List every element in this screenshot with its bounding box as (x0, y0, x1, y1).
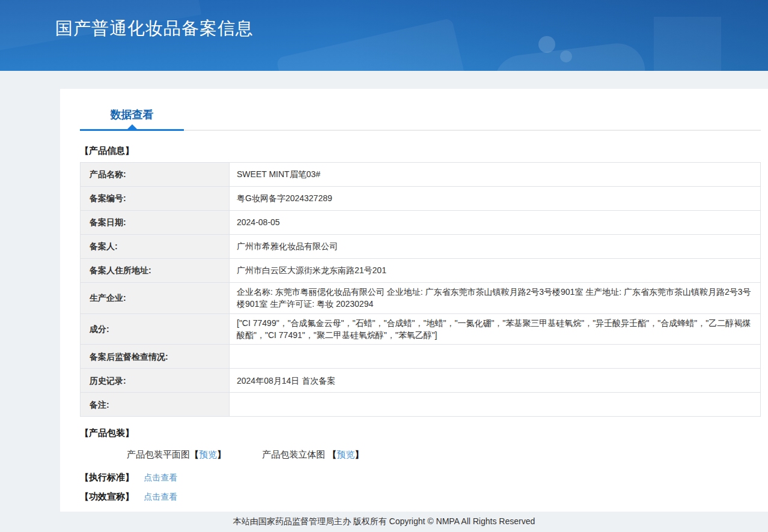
row-value: 广州市希雅化妆品有限公司 (230, 235, 761, 259)
tab-bar: 数据查看 (80, 103, 761, 131)
header-decoration-rect (654, 17, 721, 71)
row-value (230, 393, 761, 417)
tab-data-view-label: 数据查看 (111, 109, 154, 121)
table-row: 备案人住所地址: 广州市白云区大源街米龙东南路21号201 (81, 259, 761, 283)
table-row: 备案编号: 粤G妆网备字2024327289 (81, 187, 761, 211)
table-row: 生产企业: 企业名称: 东莞市粤丽偲化妆品有限公司 企业地址: 广东省东莞市茶山… (81, 283, 761, 314)
header-decoration-circle-large (538, 36, 555, 53)
row-label: 备案编号: (81, 187, 230, 211)
row-label: 产品名称: (81, 163, 230, 187)
row-label: 备案人住所地址: (81, 259, 230, 283)
page-header: 国产普通化妆品备案信息 (0, 0, 768, 71)
efficacy-view-link[interactable]: 点击查看 (144, 492, 177, 501)
table-row: 备案后监督检查情况: (81, 345, 761, 369)
tab-active-underline (80, 129, 184, 131)
bracket-open: 【 (328, 449, 337, 459)
row-label: 生产企业: (81, 283, 230, 314)
row-value: 企业名称: 东莞市粤丽偲化妆品有限公司 企业地址: 广东省东莞市茶山镇鞍月路2号… (230, 283, 761, 314)
row-value: 粤G妆网备字2024327289 (230, 187, 761, 211)
row-label: 历史记录: (81, 369, 230, 393)
packaging-flat-group: 产品包装平面图【预览】 (127, 449, 226, 459)
footer-copyright-text: 本站由国家药品监督管理局主办 版权所有 Copyright © NMPA All… (233, 516, 535, 527)
page-footer: 本站由国家药品监督管理局主办 版权所有 Copyright © NMPA All… (0, 512, 768, 532)
tab-active-arrow-icon (127, 124, 137, 129)
header-decoration-circle-small (560, 50, 572, 62)
row-value (230, 345, 761, 369)
row-value: ["CI 77499"，"合成氟金云母"，"石蜡"，"合成蜡"，"地蜡"，"一氮… (230, 313, 761, 345)
row-label: 备案日期: (81, 211, 230, 235)
page-title: 国产普通化妆品备案信息 (55, 17, 254, 41)
table-row: 历史记录: 2024年08月14日 首次备案 (81, 369, 761, 393)
table-row: 成分: ["CI 77499"，"合成氟金云母"，"石蜡"，"合成蜡"，"地蜡"… (81, 313, 761, 345)
row-value: SWEET MINT眉笔03# (230, 163, 761, 187)
row-label: 备案人: (81, 235, 230, 259)
packaging-flat-label: 产品包装平面图 (127, 449, 190, 459)
tab-data-view[interactable]: 数据查看 (80, 103, 184, 130)
packaging-stereo-group: 产品包装立体图 【预览】 (262, 449, 364, 459)
product-info-section-title: 【产品信息】 (80, 145, 761, 157)
packaging-stereo-label: 产品包装立体图 (262, 449, 325, 459)
standard-view-link[interactable]: 点击查看 (144, 473, 177, 482)
table-row: 产品名称: SWEET MINT眉笔03# (81, 163, 761, 187)
standard-row: 【执行标准】 点击查看 (80, 472, 761, 483)
bracket-open: 【 (190, 449, 199, 459)
table-row: 备案人: 广州市希雅化妆品有限公司 (81, 235, 761, 259)
product-info-table: 产品名称: SWEET MINT眉笔03# 备案编号: 粤G妆网备字202432… (80, 162, 761, 417)
efficacy-row: 【功效宣称】 点击查看 (80, 491, 761, 503)
packaging-flat-preview-link[interactable]: 预览 (199, 449, 217, 459)
row-value: 广州市白云区大源街米龙东南路21号201 (230, 259, 761, 283)
packaging-row: 产品包装平面图【预览】 产品包装立体图 【预览】 (80, 449, 761, 461)
row-label: 备案后监督检查情况: (81, 345, 230, 369)
table-row: 备注: (81, 393, 761, 417)
row-label: 备注: (81, 393, 230, 417)
row-label: 成分: (81, 313, 230, 345)
content-card: 数据查看 【产品信息】 产品名称: SWEET MINT眉笔03# 备案编号: … (60, 89, 768, 512)
efficacy-section-title: 【功效宣称】 (80, 491, 134, 501)
packaging-section-title: 【产品包装】 (80, 428, 761, 439)
row-value: 2024-08-05 (230, 211, 761, 235)
bracket-close: 】 (217, 449, 226, 459)
packaging-stereo-preview-link[interactable]: 预览 (337, 449, 355, 459)
standard-section-title: 【执行标准】 (80, 472, 134, 482)
table-row: 备案日期: 2024-08-05 (81, 211, 761, 235)
row-value: 2024年08月14日 首次备案 (230, 369, 761, 393)
bracket-close: 】 (355, 449, 364, 459)
